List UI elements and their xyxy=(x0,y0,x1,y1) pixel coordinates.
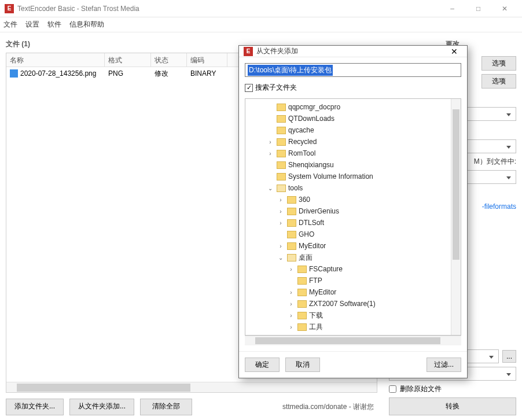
tree-item[interactable]: ›Recycled xyxy=(245,136,451,148)
collapse-icon[interactable]: ⌄ xyxy=(277,255,285,261)
file-name: 2020-07-28_143256.png xyxy=(20,69,96,78)
tree-item-label: 下载 xyxy=(309,311,323,320)
folder-icon xyxy=(287,231,296,238)
tree-item[interactable]: ›下载 xyxy=(245,310,451,321)
h-scrollbar[interactable] xyxy=(6,382,377,392)
expand-icon[interactable]: › xyxy=(277,208,285,215)
dialog-titlebar: E 从文件夹添加 ✕ xyxy=(239,46,467,57)
checkbox-icon: ✓ xyxy=(245,84,253,92)
add-from-folder-button[interactable]: 从文件夹添加... xyxy=(69,399,134,415)
delete-original-checkbox[interactable]: 删除原始文件 xyxy=(389,384,516,394)
tree-item-label: QTDownLoads xyxy=(288,115,334,123)
tree-item[interactable]: System Volume Information xyxy=(245,171,451,182)
tree-item[interactable]: ›FSCapture xyxy=(245,263,451,275)
minimize-button[interactable]: – xyxy=(439,0,465,17)
folder-icon xyxy=(287,254,296,261)
dialog-close-button[interactable]: ✕ xyxy=(446,47,462,56)
h-scroll-thumb[interactable] xyxy=(17,384,190,392)
v-scrollbar[interactable] xyxy=(451,99,461,335)
collapse-icon[interactable]: ⌄ xyxy=(266,185,274,191)
expand-icon[interactable]: › xyxy=(266,150,274,157)
options-button-1[interactable]: 选项 xyxy=(481,56,516,71)
ok-button[interactable]: 确定 xyxy=(245,358,280,372)
filter-button[interactable]: 过滤... xyxy=(427,358,461,372)
expand-icon[interactable]: › xyxy=(287,324,295,330)
donate-link[interactable]: sttmedia.com/donate - 谢谢您 xyxy=(279,399,377,415)
tree-item[interactable]: FTP xyxy=(245,275,451,286)
expand-icon[interactable]: › xyxy=(287,312,295,319)
tree-item[interactable]: qycache xyxy=(245,124,451,136)
window-title: TextEncoder Basic - Stefan Trost Media xyxy=(17,5,439,13)
expand-icon[interactable]: › xyxy=(277,220,285,226)
col-format[interactable]: 格式 xyxy=(105,53,151,67)
expand-icon[interactable]: › xyxy=(287,301,295,307)
col-status[interactable]: 状态 xyxy=(151,53,187,67)
folder-path-input[interactable]: D:\tools\桌面\待上传安装包 xyxy=(245,63,461,77)
expand-icon[interactable]: › xyxy=(277,243,285,249)
add-files-button[interactable]: 添加文件夹... xyxy=(6,399,64,415)
folder-icon xyxy=(287,242,296,250)
folder-icon xyxy=(287,219,296,227)
folder-tree[interactable]: qqpcmgr_docproQTDownLoadsqycache›Recycle… xyxy=(245,99,451,335)
expand-icon[interactable]: › xyxy=(287,289,295,296)
tree-h-thumb[interactable] xyxy=(255,337,440,344)
options-button-2[interactable]: 选项 xyxy=(481,74,516,89)
folder-icon xyxy=(297,300,307,308)
menu-file[interactable]: 文件 xyxy=(3,20,17,30)
tree-item[interactable]: ⌄桌面 xyxy=(245,252,451,263)
tree-item-label: GHO xyxy=(299,230,314,238)
tree-item[interactable]: ›MyEditor xyxy=(245,240,451,252)
folder-icon xyxy=(297,266,307,273)
expand-icon[interactable]: › xyxy=(266,139,274,145)
browse-button[interactable]: ... xyxy=(502,350,516,363)
tree-item-label: MyEditor xyxy=(299,242,326,250)
tree-item[interactable]: qqpcmgr_docpro xyxy=(245,101,451,113)
file-status: 修改 xyxy=(151,68,187,80)
tree-item-label: qycache xyxy=(288,126,314,134)
tree-item[interactable]: ›RomTool xyxy=(245,148,451,159)
expand-icon[interactable]: › xyxy=(287,266,295,272)
tree-item[interactable]: Shenqixiangsu xyxy=(245,159,451,171)
folder-path-value: D:\tools\桌面\待上传安装包 xyxy=(248,65,333,76)
tree-item-label: ZXT2007 Software(1) xyxy=(309,300,376,308)
tree-item-label: RomTool xyxy=(288,149,315,157)
tree-item[interactable]: QTDownLoads xyxy=(245,113,451,124)
maximize-button[interactable]: □ xyxy=(465,0,491,17)
cancel-button[interactable]: 取消 xyxy=(285,358,320,372)
tree-item[interactable]: ⌄tools xyxy=(245,182,451,194)
folder-icon xyxy=(297,323,307,331)
app-icon: E xyxy=(5,4,14,13)
tree-item-label: 360 xyxy=(299,196,310,204)
tree-item-label: tools xyxy=(288,184,303,192)
tree-item-label: FSCapture xyxy=(309,265,343,273)
menubar: 文件 设置 软件 信息和帮助 xyxy=(0,17,522,32)
col-name[interactable]: 名称 xyxy=(6,53,105,67)
tree-item[interactable]: ›工具 xyxy=(245,321,451,333)
folder-icon xyxy=(287,196,296,204)
tree-item[interactable]: GHO xyxy=(245,229,451,240)
tree-item[interactable]: ›DTLSoft xyxy=(245,217,451,229)
folder-icon xyxy=(277,127,286,134)
menu-settings[interactable]: 设置 xyxy=(25,20,39,30)
tree-item[interactable]: ›DriverGenius xyxy=(245,205,451,217)
tree-item[interactable]: ›ZXT2007 Software(1) xyxy=(245,298,451,310)
expand-icon[interactable]: › xyxy=(277,197,285,203)
clear-all-button[interactable]: 清除全部 xyxy=(140,399,192,415)
search-subfolders-checkbox[interactable]: ✓ 搜索子文件夹 xyxy=(245,83,461,93)
col-encoding[interactable]: 编码 xyxy=(187,53,227,67)
delete-original-input[interactable] xyxy=(389,385,396,393)
dialog-title: 从文件夹添加 xyxy=(256,46,446,56)
tree-item[interactable]: ›360 xyxy=(245,194,451,205)
convert-button[interactable]: 转换 xyxy=(389,397,516,415)
menu-help[interactable]: 信息和帮助 xyxy=(69,20,104,30)
v-scroll-thumb[interactable] xyxy=(453,109,459,260)
folder-icon xyxy=(297,289,307,296)
tree-item[interactable]: ›MyEditor xyxy=(245,286,451,298)
file-format: PNG xyxy=(105,68,151,79)
tree-item-label: DTLSoft xyxy=(299,219,324,227)
search-subfolders-label: 搜索子文件夹 xyxy=(255,83,297,93)
menu-software[interactable]: 软件 xyxy=(47,20,61,30)
dialog-app-icon: E xyxy=(244,47,253,56)
tree-h-scrollbar[interactable] xyxy=(245,336,461,345)
close-button[interactable]: ✕ xyxy=(491,0,517,17)
